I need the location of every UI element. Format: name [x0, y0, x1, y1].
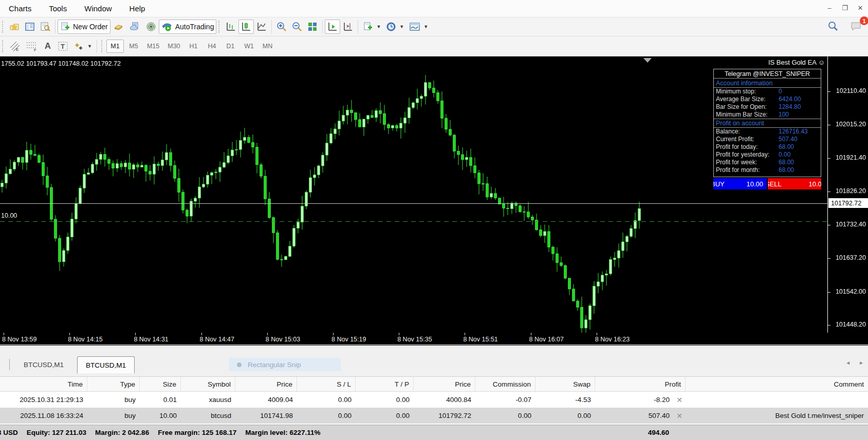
data-window-button[interactable] [38, 20, 53, 34]
status-equity: Equity: 127 211.03 [27, 429, 86, 436]
chart-frame-bottom [0, 345, 868, 345]
time-axis-label: 8 Nov 14:15 [68, 336, 102, 343]
col-price-open[interactable]: Price [235, 377, 297, 391]
text-tool-icon: A [45, 41, 51, 51]
restore-button[interactable]: ❐ [837, 0, 853, 15]
chevron-down-icon[interactable]: ▼ [423, 24, 428, 29]
toolbar-grip [218, 21, 221, 33]
tab-btcusd-2[interactable]: BTCUSD,M1 [77, 356, 135, 373]
timeframe-m30[interactable]: M30 [164, 40, 183, 53]
ea-row: Minimum stop:0 [714, 88, 821, 95]
sell-button[interactable]: SELL 10.00 [768, 178, 821, 189]
chevron-down-icon[interactable]: ▼ [399, 24, 404, 29]
templates-button[interactable]: ▼ [407, 20, 431, 34]
menu-tools[interactable]: Tools [40, 0, 76, 17]
timeframe-m15[interactable]: M15 [143, 40, 163, 53]
trade-table: Time Type Size Symbol Price S / L T / P … [0, 376, 868, 424]
publish-button[interactable] [127, 20, 143, 34]
menu-window[interactable]: Window [76, 0, 120, 17]
menu-bar: Charts Tools Window Help – ❐ ✕ [0, 0, 868, 17]
zoom-out-button[interactable] [289, 20, 305, 34]
toolbar-separator [55, 20, 56, 33]
candlestick-chart-button[interactable] [238, 20, 254, 34]
col-price-current[interactable]: Price [414, 377, 475, 391]
status-balance-fragment: 3 USD [0, 429, 18, 436]
tab-scroll-left[interactable]: ◄ [845, 360, 851, 366]
col-tp[interactable]: T / P [356, 377, 414, 391]
chart-tab-bar: BTCUSD,M1 BTCUSD,M1 Rectangular Snip ◄ ► [0, 346, 868, 376]
tab-btcusd-1[interactable]: BTCUSD,M1 [15, 356, 72, 373]
auto-scroll-button[interactable] [325, 20, 340, 34]
tab-scroll-right[interactable]: ► [859, 360, 864, 366]
market-watch-icon [25, 22, 35, 32]
ea-row: Profit for week:68.00 [714, 159, 821, 166]
minimize-button[interactable]: – [822, 0, 837, 15]
price-axis[interactable]: 102110.40102015.20101921.40101826.201017… [827, 56, 868, 333]
position-line[interactable] [0, 221, 827, 222]
market-watch-button[interactable] [22, 20, 38, 34]
close-position-button[interactable]: ✕ [674, 396, 685, 404]
col-size[interactable]: Size [140, 377, 181, 391]
buy-button[interactable]: BUY 10.00 [713, 178, 767, 189]
close-button[interactable]: ✕ [853, 0, 868, 15]
profiles-button[interactable] [7, 20, 22, 34]
ea-row: Current Profit:507.40 [714, 136, 821, 143]
ea-telegram-link[interactable]: Telegram @INVEST_SNIPER [714, 69, 821, 79]
time-axis[interactable]: 8 Nov 13:598 Nov 14:158 Nov 14:318 Nov 1… [0, 333, 868, 345]
notifications-button[interactable]: 1 [847, 19, 865, 33]
col-symbol[interactable]: Symbol [181, 377, 235, 391]
time-axis-label: 8 Nov 15:19 [331, 336, 366, 343]
menu-help[interactable]: Help [121, 0, 154, 17]
arrows-tool-button[interactable]: ▼ [71, 39, 95, 53]
new-order-button[interactable]: New Order [58, 20, 110, 34]
chart-area[interactable]: 1755.02 101793.47 101748.02 101792.72 10… [0, 56, 868, 346]
col-type[interactable]: Type [87, 377, 140, 391]
line-chart-button[interactable] [254, 20, 269, 34]
chart-shift-button[interactable] [340, 20, 356, 34]
chevron-down-icon[interactable]: ▼ [376, 24, 381, 29]
chevron-down-icon[interactable]: ▼ [87, 44, 92, 49]
zoom-in-button[interactable] [274, 20, 289, 34]
toolbar-separator [271, 20, 272, 33]
time-axis-label: 8 Nov 15:51 [463, 336, 497, 343]
text-label-button[interactable]: T [55, 39, 71, 53]
add-indicator-button[interactable]: ▼ [360, 20, 383, 34]
news-button[interactable] [143, 20, 159, 34]
zoom-out-icon [292, 22, 302, 32]
periods-button[interactable]: ▼ [383, 20, 407, 34]
search-button[interactable] [825, 19, 841, 33]
timeframe-w1[interactable]: W1 [241, 40, 258, 53]
text-tool-button[interactable]: A [41, 39, 55, 53]
timeframe-h1[interactable]: H1 [185, 40, 202, 53]
buy-volume: 10.00 [746, 180, 763, 188]
timeframe-m1[interactable]: M1 [106, 40, 124, 53]
ea-row: Minimum Bar Size:100 [714, 111, 821, 119]
timeframe-h4[interactable]: H4 [204, 40, 221, 53]
svg-text:F: F [34, 48, 36, 52]
timeframe-m5[interactable]: M5 [125, 40, 142, 53]
col-sl[interactable]: S / L [297, 377, 356, 391]
menu-charts[interactable]: Charts [0, 0, 40, 17]
fibonacci-button[interactable]: F [23, 39, 41, 53]
col-swap[interactable]: Swap [535, 377, 595, 391]
close-position-button[interactable]: ✕ [674, 412, 685, 420]
timeframe-d1[interactable]: D1 [222, 40, 239, 53]
tile-windows-button[interactable] [305, 20, 320, 34]
history-button[interactable] [110, 20, 127, 34]
ea-row: Balance:126716.43 [714, 128, 821, 136]
tile-windows-icon [307, 22, 318, 32]
equidistant-channel-button[interactable]: E [7, 39, 23, 53]
price-axis-label: 101732.40 [836, 221, 866, 228]
ea-row: Profit for today:68.00 [714, 143, 821, 151]
trade-row-selected[interactable]: 2025.11.08 16:33:24 buy 10.00 btcusd 101… [0, 408, 868, 424]
autotrading-button[interactable]: AutoTrading [159, 20, 217, 34]
status-bar: 3 USD Equity: 127 211.03 Margin: 2 042.8… [0, 425, 868, 440]
col-commission[interactable]: Commission [475, 377, 535, 391]
col-comment[interactable]: Comment [686, 377, 868, 391]
trade-row[interactable]: 2025.10.31 21:29:13 buy 0.01 xauusd 4009… [0, 392, 868, 408]
notification-badge: 1 [860, 16, 868, 25]
bar-chart-button[interactable] [223, 20, 238, 34]
col-time[interactable]: Time [0, 377, 87, 391]
col-profit[interactable]: Profit [595, 377, 686, 391]
timeframe-mn[interactable]: MN [259, 40, 276, 53]
